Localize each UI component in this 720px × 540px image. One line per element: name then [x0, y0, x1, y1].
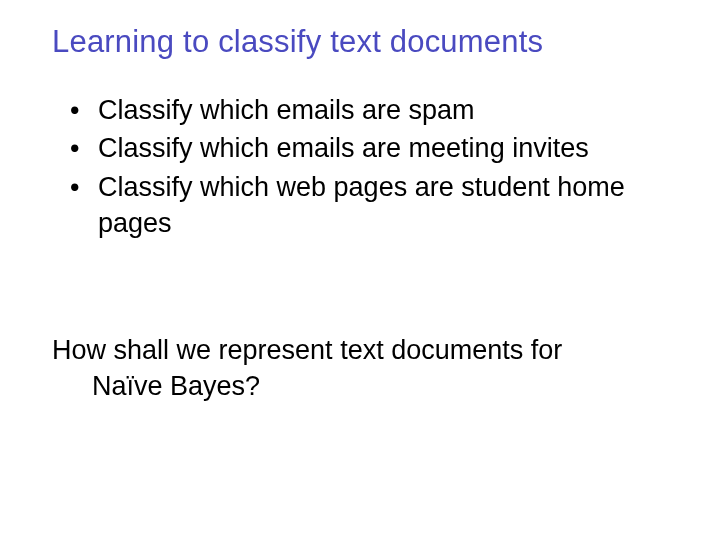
bullet-list: Classify which emails are spam Classify … — [68, 92, 668, 242]
question-text: How shall we represent text documents fo… — [52, 332, 668, 405]
list-item: Classify which web pages are student hom… — [68, 169, 668, 242]
list-item: Classify which emails are spam — [68, 92, 668, 128]
list-item: Classify which emails are meeting invite… — [68, 130, 668, 166]
question-line-1: How shall we represent text documents fo… — [52, 332, 668, 368]
question-line-2: Naïve Bayes? — [52, 368, 668, 404]
slide-title: Learning to classify text documents — [52, 24, 668, 60]
